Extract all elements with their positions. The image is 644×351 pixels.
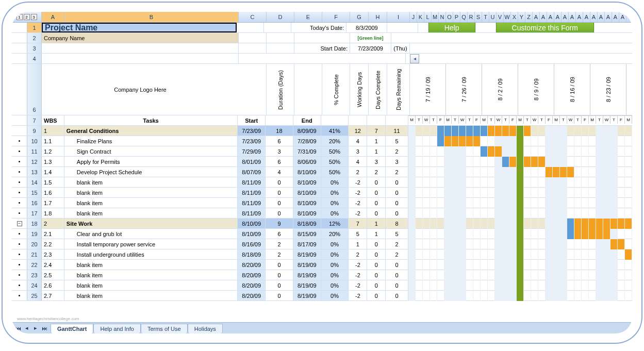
row-header[interactable]: 24 <box>27 280 42 290</box>
col-header-narrow-17[interactable]: A <box>533 12 540 22</box>
cell-end[interactable]: 8/19/09 <box>293 280 321 290</box>
cell-pct[interactable]: 12% <box>321 219 349 228</box>
cell-wbs[interactable]: 1 <box>42 126 64 136</box>
cell-start[interactable]: 8/20/09 <box>238 280 266 290</box>
tab-last-icon[interactable]: ⏭ <box>40 324 48 332</box>
row-header[interactable]: 25 <box>27 291 42 300</box>
cell-duration[interactable]: 2 <box>266 239 293 249</box>
tab-holidays[interactable]: Holidays <box>188 324 223 333</box>
cell-duration[interactable]: 4 <box>266 167 293 177</box>
col-header-a[interactable]: A <box>42 12 64 22</box>
row-header[interactable]: 15 <box>27 188 42 197</box>
table-row[interactable]: 121.3Apply for Permits8/01/0968/06/0950%… <box>12 157 632 167</box>
cell-end[interactable]: 7/31/09 <box>293 146 321 156</box>
cell-working-days[interactable]: -2 <box>349 177 367 187</box>
cell-wbs[interactable]: 1.7 <box>42 198 64 208</box>
col-header-narrow-28[interactable]: A <box>612 12 619 22</box>
outline-toggle[interactable] <box>12 239 27 249</box>
cell-duration[interactable]: 0 <box>266 280 293 290</box>
col-header-narrow-11[interactable]: U <box>489 12 497 22</box>
row-header[interactable]: 22 <box>27 260 42 270</box>
col-header-narrow-2[interactable]: L <box>424 12 432 22</box>
outline-toggle[interactable] <box>12 188 27 197</box>
row-header-6[interactable]: 6 <box>27 64 42 115</box>
outline-toggle[interactable] <box>12 167 27 177</box>
table-row[interactable]: 192.1Clear and grub lot8/10/0968/15/0920… <box>12 229 632 239</box>
tab-prev-icon[interactable]: ◂ <box>23 324 31 332</box>
table-row[interactable]: 252.7blank item8/20/0908/19/090%-200 <box>12 291 632 301</box>
cell-duration[interactable]: 6 <box>266 157 293 166</box>
col-header-narrow-25[interactable]: A <box>590 12 598 22</box>
cell-working-days[interactable]: 3 <box>349 146 367 156</box>
tab-help-and-info[interactable]: Help and Info <box>93 324 140 333</box>
cell-pct[interactable]: 0% <box>321 291 349 300</box>
table-row[interactable]: 141.5blank item8/11/0908/10/090%-200 <box>12 177 632 188</box>
cell-days-complete[interactable]: 0 <box>367 270 386 280</box>
col-header-i[interactable]: I <box>387 12 410 22</box>
customize-button[interactable]: Customize this Form <box>496 23 594 32</box>
cell-end[interactable]: 8/17/09 <box>293 239 321 249</box>
cell-working-days[interactable]: 5 <box>349 229 367 239</box>
cell-duration[interactable]: 0 <box>266 188 293 197</box>
table-row[interactable]: 151.6blank item8/11/0908/10/090%-200 <box>12 188 632 198</box>
cell-end[interactable]: 8/06/09 <box>293 157 321 166</box>
outline-toggle[interactable] <box>12 249 27 259</box>
cell-end[interactable]: 8/15/09 <box>293 229 321 239</box>
cell-days-remaining[interactable]: 0 <box>386 177 408 187</box>
outline-toggle[interactable]: − <box>12 219 27 228</box>
cell-task-name[interactable]: Install underground utilities <box>64 249 238 259</box>
cell-start[interactable]: 7/23/09 <box>238 126 266 136</box>
row-header[interactable]: 11 <box>27 146 42 156</box>
cell-start[interactable]: 8/20/09 <box>238 270 266 280</box>
cell-end[interactable]: 8/19/09 <box>293 260 321 270</box>
row-header[interactable]: 20 <box>27 239 42 249</box>
table-row[interactable]: −182Site Work8/10/0998/18/0912%718 <box>12 219 632 229</box>
cell-working-days[interactable]: 7 <box>349 219 367 228</box>
cell-duration[interactable]: 9 <box>266 219 293 228</box>
cell-days-complete[interactable]: 1 <box>367 136 386 146</box>
cell-duration[interactable]: 6 <box>266 136 293 146</box>
cell-working-days[interactable]: 4 <box>349 136 367 146</box>
cell-days-remaining[interactable]: 11 <box>386 126 408 136</box>
outline-toggle[interactable] <box>12 126 27 136</box>
cell-days-remaining[interactable]: 0 <box>386 280 408 290</box>
cell-task-name[interactable]: General Conditions <box>64 126 238 136</box>
row-header[interactable]: 23 <box>27 270 42 280</box>
cell-start[interactable]: 8/10/09 <box>238 229 266 239</box>
cell-pct[interactable]: 0% <box>321 260 349 270</box>
cell-pct[interactable]: 0% <box>321 280 349 290</box>
cell-days-complete[interactable]: 0 <box>367 249 386 259</box>
col-header-narrow-13[interactable]: W <box>504 12 511 22</box>
col-header-narrow-10[interactable]: T <box>482 12 489 22</box>
cell-end[interactable]: 8/19/09 <box>293 249 321 259</box>
cell-duration[interactable]: 0 <box>266 291 293 300</box>
cell-days-complete[interactable]: 0 <box>367 239 386 249</box>
cell-days-remaining[interactable]: 2 <box>386 167 408 177</box>
row-header[interactable]: 10 <box>27 136 42 146</box>
value-start-date[interactable]: 7/23/2009 <box>350 43 391 53</box>
cell-start[interactable]: 8/11/09 <box>238 198 266 208</box>
col-header-narrow-20[interactable]: A <box>554 12 562 22</box>
row-header[interactable]: 16 <box>27 198 42 208</box>
col-header-f[interactable]: F <box>322 12 350 22</box>
row-header-2[interactable]: 2 <box>27 33 42 43</box>
cell-days-complete[interactable]: 0 <box>367 177 386 187</box>
cell-task-name[interactable]: Apply for Permits <box>64 157 238 166</box>
outline-toggle[interactable] <box>12 157 27 166</box>
cell-days-complete[interactable]: 0 <box>367 260 386 270</box>
col-header-narrow-24[interactable]: A <box>583 12 590 22</box>
cell-days-complete[interactable]: 0 <box>367 291 386 300</box>
cell-start[interactable]: 8/11/09 <box>238 208 266 218</box>
cell-days-remaining[interactable]: 3 <box>386 157 408 166</box>
col-header-narrow-26[interactable]: A <box>598 12 605 22</box>
cell-days-remaining[interactable]: 2 <box>386 146 408 156</box>
col-header-narrow-16[interactable]: Z <box>525 12 533 22</box>
cell-days-remaining[interactable]: 5 <box>386 229 408 239</box>
cell-wbs[interactable]: 1.4 <box>42 167 64 177</box>
cell-start[interactable]: 8/20/09 <box>238 260 266 270</box>
cell-task-name[interactable]: Finalize Plans <box>64 136 238 146</box>
cell-task-name[interactable]: Develop Project Schedule <box>64 167 238 177</box>
cell-task-name[interactable]: blank item <box>64 270 238 280</box>
cell-pct[interactable]: 0% <box>321 188 349 197</box>
cell-days-complete[interactable]: 1 <box>367 146 386 156</box>
